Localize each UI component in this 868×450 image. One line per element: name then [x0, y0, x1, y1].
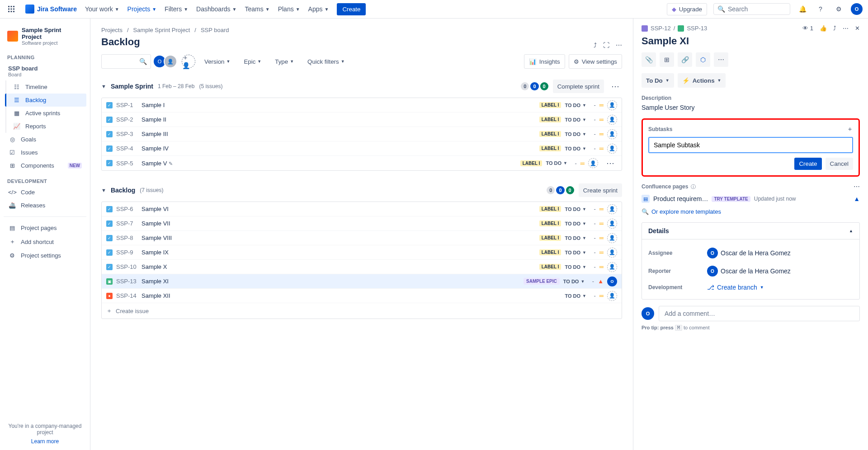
nav-apps[interactable]: Apps▼: [308, 5, 329, 13]
sidebar-item-components[interactable]: ⊞ComponentsNEW: [4, 159, 86, 172]
status-dropdown[interactable]: TO DO ▼: [565, 235, 590, 241]
issue-row[interactable]: ✓ SSP-8 Sample VIII LABEL I TO DO ▼ - ═ …: [102, 231, 622, 245]
status-dropdown[interactable]: TO DO ▼: [563, 279, 589, 284]
status-dropdown[interactable]: TO DO ▼: [546, 160, 571, 166]
profile-avatar[interactable]: O: [851, 3, 863, 15]
crumb-board[interactable]: SSP board: [201, 27, 229, 33]
close-icon[interactable]: ✕: [855, 25, 860, 32]
issue-key-link[interactable]: SSP-13: [687, 25, 707, 32]
description-value[interactable]: Sample User Story: [642, 104, 860, 111]
create-button[interactable]: Create: [337, 3, 366, 15]
confluence-button[interactable]: ⬡: [696, 52, 710, 67]
nav-plans[interactable]: Plans▼: [278, 5, 300, 13]
share-icon[interactable]: ⤴: [594, 42, 597, 49]
insights-button[interactable]: 📊Insights: [524, 54, 565, 69]
row-more-icon[interactable]: ⋯: [604, 156, 617, 170]
issue-row[interactable]: ✓ SSP-4 Sample IV LABEL I TO DO ▼ - ═ 👤: [102, 141, 622, 156]
issue-row[interactable]: ✓ SSP-1 Sample I LABEL I TO DO ▼ - ═ 👤: [102, 98, 622, 112]
status-dropdown[interactable]: To Do▼: [642, 73, 674, 88]
edit-icon[interactable]: ✎: [169, 161, 173, 166]
explore-templates-link[interactable]: 🔍 Or explore more templates: [642, 208, 860, 215]
issue-title[interactable]: Sample XI: [642, 35, 860, 47]
issue-row[interactable]: ✓ SSP-3 Sample III LABEL I TO DO ▼ - ═ 👤: [102, 127, 622, 141]
jira-logo[interactable]: Jira Software: [25, 5, 77, 14]
issue-row[interactable]: ✓ SSP-9 Sample IX LABEL I TO DO ▼ - ═ 👤: [102, 245, 622, 260]
view-settings-button[interactable]: ⚙View settings: [569, 54, 622, 69]
attach-button[interactable]: 📎: [642, 52, 656, 67]
sidebar-item-project-settings[interactable]: ⚙Project settings: [4, 249, 86, 262]
issue-row[interactable]: ✓ SSP-7 Sample VII LABEL I TO DO ▼ - ═ 👤: [102, 216, 622, 231]
create-sprint-button[interactable]: Create sprint: [579, 183, 622, 197]
nav-projects[interactable]: Projects▼: [127, 5, 156, 13]
unassigned-icon[interactable]: 👤: [607, 204, 617, 214]
sidebar-item-project-pages[interactable]: ▤Project pages: [4, 221, 86, 234]
cancel-subtask-button[interactable]: Cancel: [826, 158, 854, 170]
watch-icon[interactable]: 👁 1: [802, 25, 813, 32]
sidebar-item-active-sprints[interactable]: ▦Active sprints: [8, 107, 86, 120]
unassigned-icon[interactable]: 👤: [607, 129, 617, 139]
unassigned-avatar[interactable]: 👤: [164, 55, 177, 68]
board-selector[interactable]: SSP board Board: [4, 62, 86, 80]
confluence-more-icon[interactable]: ⋯: [854, 183, 860, 190]
details-toggle[interactable]: Details ▲: [642, 223, 859, 239]
sidebar-item-reports[interactable]: 📈Reports: [8, 120, 86, 133]
share-icon[interactable]: ⤴: [833, 25, 836, 32]
assignee-value[interactable]: OOscar de la Hera Gomez: [707, 248, 791, 258]
backlog-search[interactable]: 🔍: [101, 54, 151, 69]
subtask-input[interactable]: [648, 137, 853, 153]
confluence-doc-row[interactable]: ▤ Product requirem… TRY TEMPLATE Updated…: [642, 192, 860, 206]
issue-row[interactable]: ✓ SSP-10 Sample X LABEL I TO DO ▼ - ═ 👤: [102, 260, 622, 274]
search-input[interactable]: 🔍Search: [713, 3, 790, 15]
comment-input[interactable]: Add a comment…: [659, 306, 860, 321]
status-dropdown[interactable]: TO DO ▼: [565, 206, 590, 212]
add-subtask-icon[interactable]: ＋: [847, 125, 853, 133]
create-issue-button[interactable]: ＋Create issue: [102, 303, 622, 319]
reporter-value[interactable]: OOscar de la Hera Gomez: [707, 266, 791, 277]
nav-teams[interactable]: Teams▼: [245, 5, 270, 13]
collapse-toggle[interactable]: ▼: [101, 84, 106, 89]
status-dropdown[interactable]: TO DO ▼: [565, 103, 590, 108]
status-dropdown[interactable]: TO DO ▼: [565, 131, 590, 137]
sprint-more-icon[interactable]: ⋯: [609, 80, 622, 93]
unassigned-icon[interactable]: 👤: [588, 158, 598, 168]
more-actions-button[interactable]: ⋯: [714, 52, 728, 67]
status-dropdown[interactable]: TO DO ▼: [565, 250, 590, 255]
quick-filters[interactable]: Quick filters▼: [303, 54, 349, 69]
complete-sprint-button[interactable]: Complete sprint: [553, 80, 604, 93]
info-icon[interactable]: ⓘ: [691, 183, 696, 190]
issue-row[interactable]: ✓ SSP-2 Sample II LABEL I TO DO ▼ - ═ 👤: [102, 112, 622, 127]
upgrade-button[interactable]: ◆Upgrade: [667, 3, 707, 15]
crumb-projects[interactable]: Projects: [101, 27, 123, 33]
unassigned-icon[interactable]: 👤: [607, 219, 617, 229]
create-subtask-button[interactable]: Create: [794, 158, 821, 170]
unassigned-icon[interactable]: 👤: [607, 291, 617, 301]
crumb-project[interactable]: Sample Sprint Project: [133, 27, 190, 33]
notifications-icon[interactable]: 🔔: [797, 3, 808, 15]
unassigned-icon[interactable]: 👤: [607, 100, 617, 110]
create-branch-link[interactable]: ⎇Create branch▼: [707, 284, 764, 291]
status-dropdown[interactable]: TO DO ▼: [565, 117, 590, 122]
issue-row[interactable]: ▣ SSP-13 Sample XI SAMPLE EPIC TO DO ▼ -…: [102, 274, 622, 289]
more-icon[interactable]: ⋯: [843, 25, 849, 32]
status-dropdown[interactable]: TO DO ▼: [565, 293, 590, 299]
epic-filter[interactable]: Epic▼: [239, 54, 266, 69]
nav-filters[interactable]: Filters▼: [165, 5, 188, 13]
status-dropdown[interactable]: TO DO ▼: [565, 146, 590, 151]
collapse-toggle[interactable]: ▼: [101, 188, 106, 193]
assignee-avatar[interactable]: O: [607, 277, 617, 286]
fullscreen-icon[interactable]: ⛶: [603, 42, 609, 49]
type-filter[interactable]: Type▼: [270, 54, 298, 69]
status-dropdown[interactable]: TO DO ▼: [565, 264, 590, 270]
nav-your-work[interactable]: Your work▼: [85, 5, 119, 13]
learn-more-link[interactable]: Learn more: [4, 438, 86, 445]
project-card[interactable]: Sample Sprint Project Software project: [4, 24, 86, 48]
more-icon[interactable]: ⋯: [616, 42, 622, 49]
unassigned-icon[interactable]: 👤: [607, 262, 617, 272]
like-icon[interactable]: 👍: [820, 25, 827, 32]
issue-row[interactable]: ● SSP-14 Sample XII TO DO ▼ - ═ 👤: [102, 289, 622, 303]
add-people-button[interactable]: ＋👤: [182, 55, 195, 68]
unassigned-icon[interactable]: 👤: [607, 233, 617, 243]
actions-dropdown[interactable]: ⚡Actions▼: [678, 73, 726, 88]
issue-row[interactable]: ✓ SSP-6 Sample VI LABEL I TO DO ▼ - ═ 👤: [102, 202, 622, 216]
unassigned-icon[interactable]: 👤: [607, 248, 617, 258]
